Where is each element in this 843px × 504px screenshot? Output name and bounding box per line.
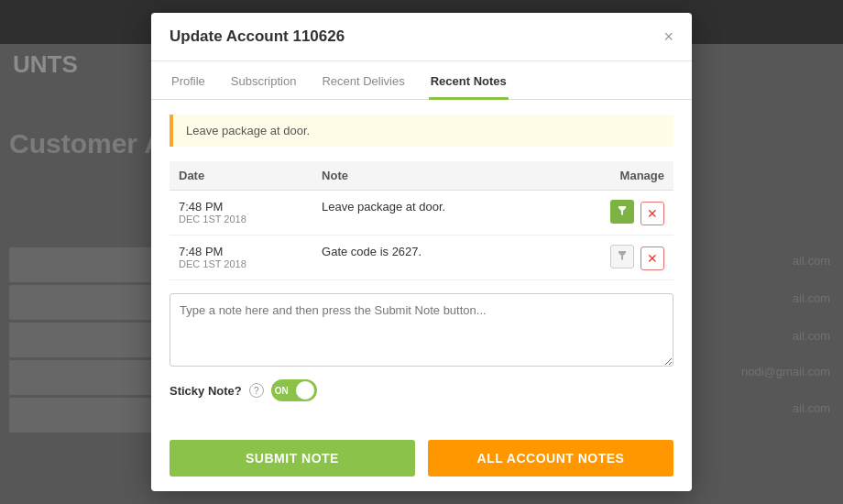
tab-subscription[interactable]: Subscription	[229, 61, 299, 100]
toggle-on-label: ON	[275, 386, 289, 396]
tab-profile[interactable]: Profile	[170, 61, 207, 100]
sticky-note-banner: Leave package at door.	[170, 115, 673, 147]
note-datestr-2: DEC 1ST 2018	[179, 258, 303, 269]
modal-body: Leave package at door. Date Note Manage …	[151, 100, 692, 429]
table-header-row: Date Note Manage	[170, 161, 673, 191]
table-row: 7:48 PM DEC 1ST 2018 Leave package at do…	[170, 191, 673, 236]
note-pin-button-1[interactable]	[610, 200, 634, 224]
sticky-toggle[interactable]: ON	[271, 379, 317, 401]
note-time-2: 7:48 PM	[179, 245, 303, 258]
sticky-note-label: Sticky Note?	[170, 384, 242, 398]
all-account-notes-button[interactable]: ALL ACCOUNT NOTES	[428, 440, 673, 477]
tab-recent-notes[interactable]: Recent Notes	[429, 61, 509, 100]
col-header-manage: Manage	[549, 161, 673, 191]
modal-title: Update Account 110626	[170, 27, 345, 46]
note-delete-button-1[interactable]: ✕	[640, 202, 664, 225]
manage-cell-2: ✕	[549, 236, 673, 280]
modal-dialog: Update Account 110626 × Profile Subscrip…	[151, 13, 692, 491]
col-header-date: Date	[170, 161, 312, 191]
submit-note-button[interactable]: SUBMIT NOTE	[170, 440, 415, 477]
note-datestr-1: DEC 1ST 2018	[179, 214, 303, 225]
toggle-thumb	[296, 381, 314, 400]
notes-table: Date Note Manage 7:48 PM DEC 1ST 2018 Le…	[170, 161, 673, 280]
note-date-1: 7:48 PM DEC 1ST 2018	[170, 191, 312, 236]
sticky-help-icon[interactable]: ?	[249, 383, 264, 398]
table-row: 7:48 PM DEC 1ST 2018 Gate code is 2627.	[170, 236, 673, 280]
modal-tabs: Profile Subscription Recent Delivies Rec…	[151, 61, 692, 100]
tab-recent-deliveries[interactable]: Recent Delivies	[320, 61, 406, 100]
note-text-2: Gate code is 2627.	[312, 236, 549, 280]
sticky-banner-text: Leave package at door.	[186, 124, 310, 137]
manage-cell-1: ✕	[549, 191, 673, 236]
modal-footer: SUBMIT NOTE ALL ACCOUNT NOTES	[151, 429, 692, 491]
sticky-toggle-row: Sticky Note? ? ON	[170, 379, 673, 401]
note-delete-button-2[interactable]: ✕	[640, 247, 664, 270]
note-time-1: 7:48 PM	[179, 200, 303, 214]
col-header-note: Note	[312, 161, 549, 191]
modal-header: Update Account 110626 ×	[151, 13, 692, 61]
modal-backdrop: Update Account 110626 × Profile Subscrip…	[0, 0, 843, 504]
note-date-2: 7:48 PM DEC 1ST 2018	[170, 236, 312, 280]
note-text-1: Leave package at door.	[312, 191, 549, 236]
modal-close-button[interactable]: ×	[663, 28, 673, 45]
note-input[interactable]	[170, 293, 673, 367]
note-pin-button-2[interactable]	[610, 245, 634, 268]
